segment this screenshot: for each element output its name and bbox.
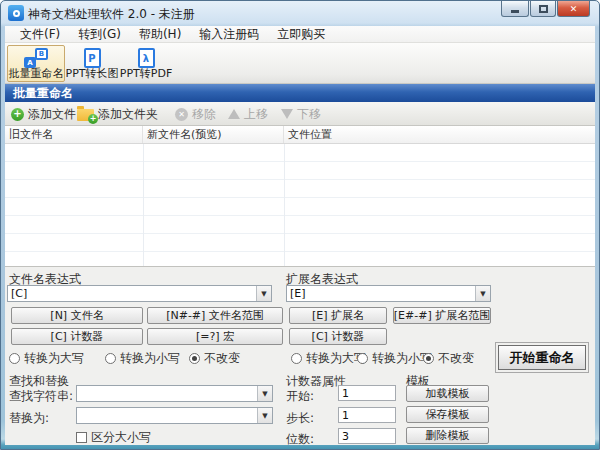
radio-icon bbox=[357, 353, 368, 364]
filename-case-uppercase-radio[interactable]: 转换为大写 bbox=[9, 350, 84, 367]
section-header: 批量重命名 bbox=[5, 84, 595, 102]
checkbox-label: 区分大小写 bbox=[91, 429, 151, 446]
window-title: 神奇文档处理软件 2.0 - 未注册 bbox=[28, 6, 195, 23]
filename-expression-input[interactable] bbox=[8, 286, 256, 301]
radio-icon bbox=[291, 353, 302, 364]
filename-expression-dropdown-button[interactable]: ▼ bbox=[256, 286, 271, 301]
counter-start-input[interactable] bbox=[338, 385, 396, 401]
replace-with-dropdown-button[interactable]: ▼ bbox=[257, 408, 272, 423]
toolbar-label: PPT转PDF bbox=[120, 68, 172, 80]
window-content: 文件(F) 转到(G) 帮助(H) 输入注册码 立即购买 B A 批量重命名 P… bbox=[5, 26, 595, 443]
counter-digits-label: 位数: bbox=[286, 431, 314, 448]
column-header-new-filename[interactable]: 新文件名(预览) bbox=[143, 126, 284, 143]
menu-item-file[interactable]: 文件(F) bbox=[11, 26, 69, 42]
find-string-input[interactable] bbox=[77, 386, 257, 401]
add-files-button[interactable]: + 添加文件 bbox=[11, 102, 76, 126]
add-folder-button[interactable]: + 添加文件夹 bbox=[77, 102, 158, 126]
column-header-old-filename[interactable]: 旧文件名 bbox=[5, 126, 143, 143]
replace-with-input[interactable] bbox=[77, 408, 257, 423]
move-down-button[interactable]: 下移 bbox=[281, 102, 321, 126]
add-file-icon: + bbox=[11, 108, 24, 121]
column-divider bbox=[284, 144, 285, 266]
toolbar-button-ppt-to-pdf[interactable]: λ PPT转PDF bbox=[120, 45, 172, 82]
move-down-label: 下移 bbox=[297, 106, 321, 123]
close-button[interactable]: ✕ bbox=[557, 1, 590, 17]
app-window: 神奇文档处理软件 2.0 - 未注册 ✕ 文件(F) 转到(G) 帮助(H) 输… bbox=[0, 0, 600, 450]
move-up-button[interactable]: 上移 bbox=[228, 102, 268, 126]
extension-expression-input[interactable] bbox=[287, 286, 475, 301]
extension-case-nochange-radio[interactable]: 不改变 bbox=[423, 350, 474, 367]
counter-step-input[interactable] bbox=[338, 407, 396, 423]
extension-case-lowercase-radio[interactable]: 转换为小写 bbox=[357, 350, 432, 367]
start-rename-button[interactable]: 开始重命名 bbox=[498, 345, 586, 370]
insert-extension-counter-button[interactable]: [C] 计数器 bbox=[289, 328, 387, 345]
extension-expression-dropdown-button[interactable]: ▼ bbox=[475, 286, 490, 301]
plus-icon: + bbox=[88, 114, 98, 124]
extension-expression-combo: ▼ bbox=[286, 285, 491, 302]
minimize-button[interactable] bbox=[501, 1, 529, 17]
close-icon: ✕ bbox=[570, 4, 578, 14]
insert-filename-button[interactable]: [N] 文件名 bbox=[11, 307, 143, 324]
insert-counter-button[interactable]: [C] 计数器 bbox=[11, 328, 143, 345]
find-string-combo: ▼ bbox=[76, 385, 273, 402]
extension-case-uppercase-radio[interactable]: 转换为大写 bbox=[291, 350, 366, 367]
remove-label: 移除 bbox=[192, 106, 216, 123]
window-controls: ✕ bbox=[500, 1, 590, 17]
radio-icon bbox=[9, 353, 20, 364]
radio-label: 不改变 bbox=[204, 350, 240, 367]
filename-expression-combo: ▼ bbox=[7, 285, 272, 302]
chevron-down-icon: ▼ bbox=[480, 290, 485, 298]
options-panel: 文件名表达式 ▼ [N] 文件名 [N#-#] 文件名范围 [C] 计数器 [=… bbox=[5, 266, 595, 445]
case-sensitive-checkbox[interactable]: 区分大小写 bbox=[76, 429, 151, 446]
maximize-button[interactable] bbox=[530, 1, 556, 17]
titlebar[interactable]: 神奇文档处理软件 2.0 - 未注册 ✕ bbox=[1, 1, 599, 26]
toolbar-label: 批量重命名 bbox=[9, 68, 64, 80]
chevron-down-icon: ▼ bbox=[262, 390, 267, 398]
maximize-icon bbox=[539, 5, 548, 13]
toolbar-label: PPT转长图 bbox=[66, 68, 119, 80]
icon-letter-b: B bbox=[35, 48, 48, 60]
load-template-button[interactable]: 加载模板 bbox=[406, 385, 489, 402]
chevron-down-icon: ▼ bbox=[262, 412, 267, 420]
down-arrow-icon bbox=[281, 109, 293, 119]
toolbar-button-batch-rename[interactable]: B A 批量重命名 bbox=[7, 45, 65, 82]
replace-with-combo: ▼ bbox=[76, 407, 273, 424]
column-divider bbox=[143, 144, 144, 266]
radio-label: 转换为大写 bbox=[24, 350, 84, 367]
menu-item-goto[interactable]: 转到(G) bbox=[69, 26, 130, 42]
insert-filename-range-button[interactable]: [N#-#] 文件名范围 bbox=[147, 307, 283, 324]
insert-macro-button[interactable]: [=?] 宏 bbox=[147, 328, 283, 345]
filename-case-nochange-radio[interactable]: 不改变 bbox=[189, 350, 240, 367]
radio-icon bbox=[423, 353, 434, 364]
menubar: 文件(F) 转到(G) 帮助(H) 输入注册码 立即购买 bbox=[5, 26, 595, 43]
checkbox-icon bbox=[76, 432, 87, 443]
chevron-down-icon: ▼ bbox=[261, 290, 266, 298]
replace-with-label: 替换为: bbox=[9, 410, 49, 427]
up-arrow-icon bbox=[228, 109, 240, 119]
insert-extension-range-button[interactable]: [E#-#] 扩展名范围 bbox=[393, 307, 491, 324]
toolbar-button-ppt-to-long-image[interactable]: P PPT转长图 bbox=[66, 45, 118, 82]
save-template-button[interactable]: 保存模板 bbox=[406, 406, 489, 423]
add-folder-icon: + bbox=[77, 109, 94, 121]
menu-item-enter-license[interactable]: 输入注册码 bbox=[190, 26, 268, 42]
ppt-long-image-icon: P bbox=[84, 48, 101, 68]
remove-button[interactable]: ✕ 移除 bbox=[175, 102, 216, 126]
app-icon bbox=[8, 5, 24, 21]
menu-item-buy-now[interactable]: 立即购买 bbox=[268, 26, 334, 42]
insert-extension-button[interactable]: [E] 扩展名 bbox=[289, 307, 387, 324]
remove-icon: ✕ bbox=[175, 108, 188, 121]
counter-digits-input[interactable] bbox=[338, 428, 396, 444]
add-folder-label: 添加文件夹 bbox=[98, 106, 158, 123]
batch-rename-icon: B A bbox=[24, 48, 48, 68]
radio-icon bbox=[189, 353, 200, 364]
start-rename-button-frame: 开始重命名 bbox=[495, 342, 589, 373]
delete-template-button[interactable]: 删除模板 bbox=[406, 427, 489, 444]
find-string-dropdown-button[interactable]: ▼ bbox=[257, 386, 272, 401]
file-table-body[interactable] bbox=[5, 144, 595, 266]
menu-item-help[interactable]: 帮助(H) bbox=[130, 26, 190, 42]
radio-label: 不改变 bbox=[438, 350, 474, 367]
main-toolbar: B A 批量重命名 P PPT转长图 λ PPT转PDF bbox=[5, 43, 595, 84]
file-action-bar: + 添加文件 + 添加文件夹 ✕ 移除 上移 下移 bbox=[5, 102, 595, 126]
filename-case-lowercase-radio[interactable]: 转换为小写 bbox=[105, 350, 180, 367]
column-header-file-location[interactable]: 文件位置 bbox=[284, 126, 595, 143]
